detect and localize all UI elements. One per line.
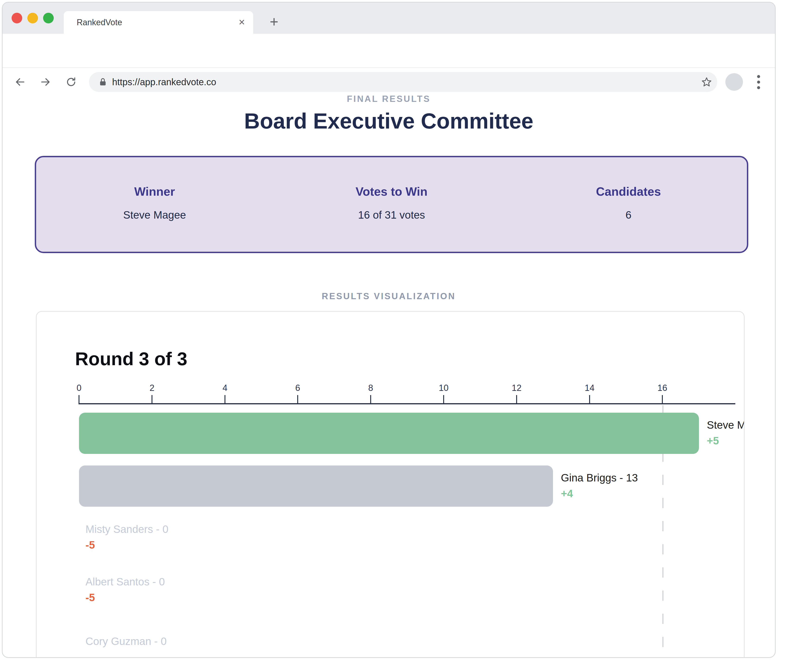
lock-icon [98, 77, 108, 87]
summary-label: Votes to Win [273, 184, 510, 198]
minimize-window-button[interactable] [27, 13, 38, 24]
summary-value: 16 of 31 votes [273, 209, 510, 221]
close-window-button[interactable] [11, 13, 22, 24]
x-axis [79, 403, 735, 405]
bar-label-steve-magee: Steve Magee - 17 +5 [707, 418, 745, 447]
tab-title: RankedVote [77, 11, 122, 34]
menu-icon[interactable] [756, 75, 761, 89]
results-visualization-label: RESULTS VISUALIZATION [3, 291, 775, 301]
results-chart-card: Round 3 of 3 0246810121416 Steve Magee -… [36, 311, 745, 658]
summary-label: Candidates [510, 184, 747, 198]
vote-bar-gina-briggs [79, 465, 553, 507]
bar-label-albert-santos: Albert Santos - 0 -5 [86, 574, 165, 604]
forward-icon[interactable] [40, 76, 51, 87]
final-results-label: FINAL RESULTS [3, 94, 775, 104]
summary-label: Winner [36, 184, 273, 198]
summary-winner: Winner Steve Magee [36, 157, 273, 252]
summary-panel: Winner Steve Magee Votes to Win 16 of 31… [35, 156, 748, 253]
back-icon[interactable] [14, 76, 26, 87]
reload-icon[interactable] [65, 76, 77, 87]
delta-badge: -5 [86, 538, 168, 552]
summary-votes-to-win: Votes to Win 16 of 31 votes [273, 157, 510, 252]
bar-label-gina-briggs: Gina Briggs - 13 +4 [561, 471, 638, 500]
address-bar[interactable]: https://app.rankedvote.co [89, 72, 717, 92]
screenshot-root: RankedVote × + https://app.rankedvote.co [0, 0, 812, 660]
tab-strip: RankedVote × + [3, 3, 775, 34]
delta-badge: +4 [561, 487, 638, 500]
browser-window: RankedVote × + https://app.rankedvote.co [2, 2, 775, 658]
page-title: Board Executive Committee [3, 109, 775, 133]
round-title: Round 3 of 3 [75, 348, 187, 370]
summary-value: Steve Magee [36, 209, 273, 221]
zoom-window-button[interactable] [43, 13, 54, 24]
bar-label-misty-sanders: Misty Sanders - 0 -5 [86, 522, 168, 552]
delta-badge: +5 [707, 434, 745, 447]
star-icon[interactable] [701, 76, 712, 87]
avatar[interactable] [725, 73, 743, 91]
browser-toolbar: https://app.rankedvote.co [3, 34, 775, 68]
bar-label-cory-guzman: Cory Guzman - 0 [86, 634, 167, 649]
delta-badge: -5 [86, 591, 165, 604]
vote-bar-steve-magee [79, 412, 699, 454]
url-text: https://app.rankedvote.co [112, 72, 216, 92]
summary-value: 6 [510, 209, 747, 221]
new-tab-button[interactable]: + [262, 11, 286, 34]
summary-candidates: Candidates 6 [510, 157, 747, 252]
tab-close-icon[interactable]: × [238, 11, 245, 34]
browser-tab[interactable]: RankedVote × [64, 11, 253, 34]
